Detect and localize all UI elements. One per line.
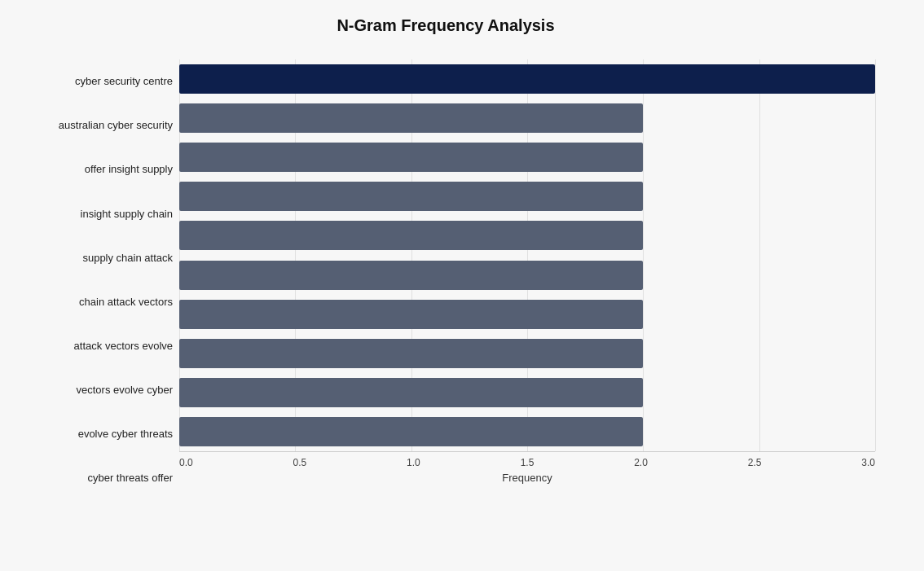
bar-6 bbox=[179, 300, 643, 329]
x-ticks: 0.00.51.01.52.02.53.0 bbox=[179, 452, 875, 468]
x-tick: 1.5 bbox=[521, 457, 535, 468]
bar-8 bbox=[179, 378, 643, 407]
y-label: supply chain attack bbox=[16, 252, 173, 265]
bar-5 bbox=[179, 261, 643, 290]
x-tick: 0.0 bbox=[179, 457, 193, 468]
y-label: evolve cyber threats bbox=[16, 428, 173, 441]
y-label: cyber threats offer bbox=[16, 472, 173, 485]
bar-row bbox=[179, 216, 875, 255]
y-label: offer insight supply bbox=[16, 163, 173, 176]
bar-3 bbox=[179, 182, 643, 211]
bar-7 bbox=[179, 339, 643, 368]
chart-area: cyber security centreaustralian cyber se… bbox=[16, 59, 875, 500]
x-tick: 0.5 bbox=[293, 457, 307, 468]
y-label: australian cyber security bbox=[16, 119, 173, 132]
bar-row bbox=[179, 99, 875, 138]
x-tick: 2.0 bbox=[634, 457, 648, 468]
bar-2 bbox=[179, 143, 643, 172]
bar-row bbox=[179, 373, 875, 412]
bars-section: 0.00.51.01.52.02.53.0 Frequency bbox=[179, 59, 875, 500]
x-tick: 2.5 bbox=[748, 457, 762, 468]
x-tick: 3.0 bbox=[861, 457, 875, 468]
x-axis: 0.00.51.01.52.02.53.0 Frequency bbox=[179, 451, 875, 500]
bar-row bbox=[179, 59, 875, 99]
bar-row bbox=[179, 334, 875, 373]
y-label: attack vectors evolve bbox=[16, 340, 173, 353]
y-axis-labels: cyber security centreaustralian cyber se… bbox=[16, 59, 179, 500]
x-axis-label: Frequency bbox=[179, 472, 875, 484]
y-label: insight supply chain bbox=[16, 208, 173, 221]
bar-0 bbox=[179, 64, 875, 94]
bar-9 bbox=[179, 417, 643, 446]
bar-row bbox=[179, 177, 875, 216]
chart-title: N-Gram Frequency Analysis bbox=[16, 16, 875, 35]
bar-1 bbox=[179, 103, 643, 133]
bar-row bbox=[179, 295, 875, 334]
grid-line bbox=[875, 59, 876, 451]
y-label: cyber security centre bbox=[16, 75, 173, 88]
bar-row bbox=[179, 256, 875, 295]
bar-row bbox=[179, 412, 875, 451]
y-label: chain attack vectors bbox=[16, 296, 173, 309]
bar-row bbox=[179, 138, 875, 177]
chart-container: N-Gram Frequency Analysis cyber security… bbox=[0, 0, 924, 571]
bar-4 bbox=[179, 221, 643, 250]
y-label: vectors evolve cyber bbox=[16, 384, 173, 397]
bars-wrapper bbox=[179, 59, 875, 451]
x-tick: 1.0 bbox=[407, 457, 420, 468]
